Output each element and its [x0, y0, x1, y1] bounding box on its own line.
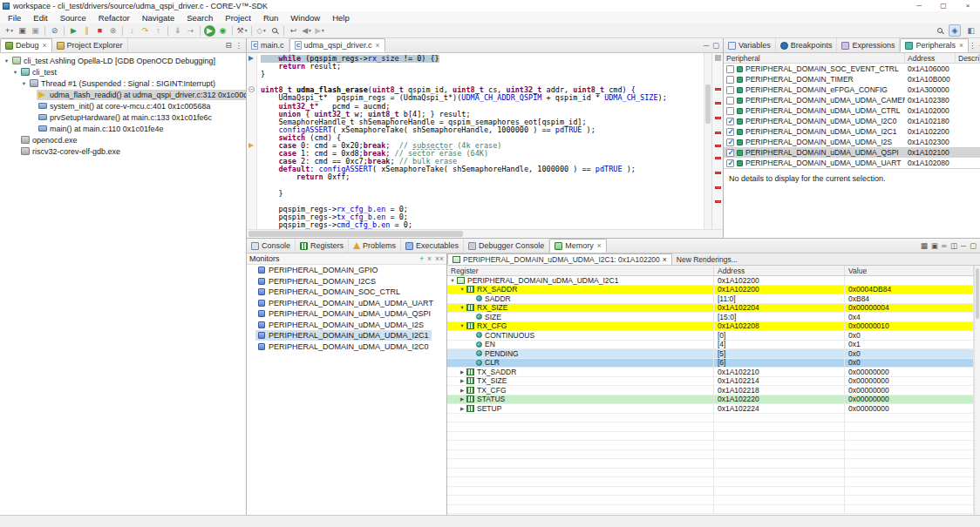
- peripheral-checkbox[interactable]: [726, 97, 734, 105]
- toolbar-quick-access-search-button[interactable]: [935, 24, 945, 37]
- debug-tree-row[interactable]: prvSetupHardware() at main.c:133 0x1c01f…: [0, 111, 246, 123]
- close-icon[interactable]: ×: [597, 241, 602, 250]
- scrollbar-thumb[interactable]: [248, 231, 463, 237]
- debug-view-tab-project-explorer[interactable]: Project Explorer: [52, 38, 128, 52]
- memory-register-row[interactable]: ▼RX_CFG0x1A1022080x00000010: [447, 322, 974, 332]
- bottom-view-tab-executables[interactable]: Executables: [401, 239, 464, 253]
- memory-register-row[interactable]: ▶STATUS0x1A1022200x00000000: [447, 395, 974, 405]
- close-icon[interactable]: ×: [376, 41, 380, 50]
- toolbar-step-return-button[interactable]: ↑: [152, 24, 165, 37]
- annotation-mark[interactable]: [715, 200, 721, 203]
- menu-project[interactable]: Project: [219, 13, 257, 23]
- peripheral-row[interactable]: PERIPHERAL_DOMAIN_uDMA_UDMA_I2C10x1A1022…: [724, 126, 980, 137]
- memory-register-row[interactable]: PENDING[5]0x0: [447, 349, 974, 359]
- minimize-button[interactable]: ─: [961, 241, 966, 250]
- collapse-all-button[interactable]: ⊟: [225, 41, 231, 50]
- annotation-mark[interactable]: [715, 145, 721, 147]
- peripheral-checkbox[interactable]: [726, 159, 734, 167]
- expander-icon[interactable]: ▼: [3, 58, 10, 64]
- toolbar-debug-button[interactable]: ◉: [216, 24, 229, 37]
- toolbar-save-all-button[interactable]: ▣: [29, 24, 42, 37]
- memory-rendering-tab[interactable]: New Renderings...: [672, 253, 742, 265]
- toolbar-new-button[interactable]: +▾: [3, 24, 16, 37]
- peripheral-row[interactable]: PERIPHERAL_DOMAIN_uDMA_UDMA_UART0x1A1020…: [724, 158, 980, 168]
- peripheral-checkbox[interactable]: [726, 65, 734, 73]
- toolbar-last-edit-location-button[interactable]: ↩: [287, 24, 300, 37]
- remove-monitor-button[interactable]: ×: [427, 254, 432, 263]
- editor-overview-ruler[interactable]: [711, 53, 723, 229]
- menu-run[interactable]: Run: [257, 13, 284, 23]
- peripherals-view-tab-variables[interactable]: Variables: [724, 38, 776, 52]
- code-line[interactable]: [261, 182, 704, 190]
- editor-marker-bar[interactable]: −: [247, 53, 257, 229]
- memory-rendering-tab[interactable]: PERIPHERAL_DOMAIN_uDMA_UDMA_I2C1: 0x1A10…: [447, 253, 672, 265]
- peripheral-row[interactable]: PERIPHERAL_DOMAIN_TIMER0x1A10B000: [724, 74, 980, 84]
- expander-icon[interactable]: ▼: [20, 81, 28, 86]
- memory-register-row[interactable]: EN[4]0x1: [447, 341, 974, 350]
- toggle-split-button[interactable]: ◫: [950, 241, 957, 250]
- scrollbar-thumb[interactable]: [976, 268, 979, 319]
- code-line[interactable]: }: [261, 71, 704, 78]
- remove-all-monitors-button[interactable]: ××: [435, 254, 444, 263]
- memory-register-row[interactable]: ▼PERIPHERAL_DOMAIN_uDMA_UDMA_I2C10x1A102…: [447, 276, 974, 286]
- expander-icon[interactable]: ▶: [459, 388, 466, 393]
- view-menu-button[interactable]: ⋮: [235, 41, 243, 50]
- menu-file[interactable]: File: [2, 13, 27, 23]
- column-header-address[interactable]: Address: [905, 53, 956, 63]
- monitor-item[interactable]: PERIPHERAL_DOMAIN_SOC_CTRL: [247, 287, 446, 298]
- debug-tree[interactable]: ▼cli_test Ashling Opella-LD [GDB OpenOCD…: [0, 53, 246, 515]
- toolbar-forward-button[interactable]: ▶▾: [313, 24, 326, 37]
- debug-tree-row[interactable]: ▼Thread #1 (Suspended : Signal : SIGINT:…: [0, 78, 246, 89]
- column-header-value[interactable]: Value: [845, 266, 974, 275]
- memory-register-row[interactable]: ▼RX_SIZE0x1A1022040x00000004: [447, 304, 974, 314]
- toolbar-new-cpp-element-button[interactable]: ◇▾: [255, 24, 268, 37]
- monitor-item[interactable]: PERIPHERAL_DOMAIN_uDMA_UDMA_I2S: [247, 320, 446, 331]
- toolbar-back-button[interactable]: ◀▾: [300, 24, 313, 37]
- toolbar-drop-to-frame-button[interactable]: ⇓: [171, 24, 184, 37]
- menu-window[interactable]: Window: [284, 13, 326, 23]
- peripheral-checkbox[interactable]: [726, 149, 734, 157]
- peripheral-checkbox[interactable]: [726, 118, 734, 125]
- annotation-mark[interactable]: [715, 172, 721, 174]
- menu-search[interactable]: Search: [180, 13, 219, 23]
- annotation-mark[interactable]: [715, 102, 721, 105]
- toolbar-skip-all-breakpoints-button[interactable]: ⊘: [48, 24, 61, 37]
- code-line[interactable]: }: [261, 190, 704, 198]
- peripheral-row[interactable]: PERIPHERAL_DOMAIN_SOC_EVENT_CTRL0x1A1060…: [724, 64, 980, 74]
- close-icon[interactable]: ×: [43, 41, 47, 50]
- add-monitor-button[interactable]: +: [419, 254, 424, 263]
- memory-register-row[interactable]: ▼RX_SADDR0x1A1022000x0004DB84: [447, 286, 974, 295]
- memory-register-row[interactable]: CLR[6]0x0: [447, 359, 974, 368]
- menu-edit[interactable]: Edit: [27, 13, 53, 23]
- annotation-mark[interactable]: [715, 157, 721, 159]
- toolbar-c-cpp-perspective-button[interactable]: ◧: [964, 24, 977, 37]
- pin-memory-button[interactable]: ▣: [931, 241, 938, 250]
- editor-tab-udma-qspi-driver-c[interactable]: udma_qspi_driver.c×: [289, 38, 385, 52]
- expander-icon[interactable]: ▶: [459, 396, 466, 402]
- expander-icon[interactable]: ▶: [459, 406, 466, 411]
- close-icon[interactable]: ×: [663, 255, 667, 264]
- expander-icon[interactable]: ▶: [459, 378, 466, 383]
- memory-register-row[interactable]: CONTINUOUS[0]0x0: [447, 331, 974, 341]
- toolbar-run-button[interactable]: ▶: [204, 25, 215, 37]
- expander-icon[interactable]: ▼: [459, 323, 466, 328]
- close-icon[interactable]: ×: [959, 41, 963, 50]
- expander-icon[interactable]: ▼: [459, 287, 466, 292]
- menu-source[interactable]: Source: [54, 13, 92, 23]
- memory-register-row[interactable]: ▶TX_SADDR0x1A1022100x00000000: [447, 368, 974, 377]
- column-header-address[interactable]: Address: [714, 266, 845, 275]
- debug-tree-row[interactable]: system_init() at core-v-mcu.c:401 0x1c00…: [0, 100, 246, 111]
- debug-tree-row[interactable]: main() at main.c:110 0x1c01fe4e: [0, 123, 246, 134]
- peripheral-row[interactable]: PERIPHERAL_DOMAIN_uDMA_UDMA_CAMERA0x1A10…: [724, 95, 980, 105]
- memory-register-row[interactable]: ▶TX_SIZE0x1A1022140x00000000: [447, 377, 974, 387]
- view-menu-button[interactable]: ⋮: [969, 41, 977, 50]
- debug-tree-row[interactable]: ▼cli_test Ashling Opella-LD [GDB OpenOCD…: [0, 55, 246, 66]
- menu-navigate[interactable]: Navigate: [136, 13, 181, 23]
- toolbar-search-button[interactable]: [268, 24, 281, 37]
- toolbar-debug-perspective-button[interactable]: ◈: [949, 24, 962, 37]
- memory-register-row[interactable]: ▶TX_CFG0x1A1022180x00000000: [447, 386, 974, 395]
- debug-view-tab-debug[interactable]: Debug×: [0, 38, 52, 52]
- peripheral-checkbox[interactable]: [726, 86, 734, 94]
- debug-tree-row[interactable]: udma_flash_readid() at udma_qspi_driver.…: [0, 89, 246, 100]
- monitor-item[interactable]: PERIPHERAL_DOMAIN_uDMA_UDMA_I2C1: [247, 330, 446, 341]
